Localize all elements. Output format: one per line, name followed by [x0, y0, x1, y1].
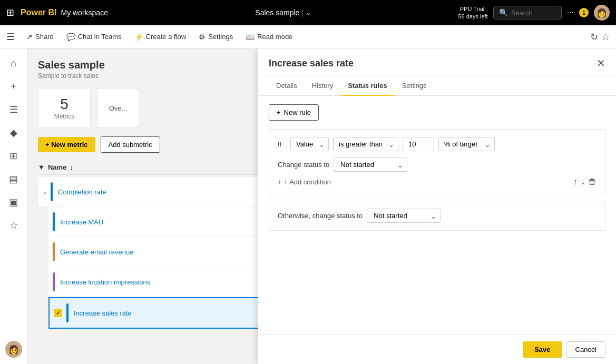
panel-tabs: Details History Status rules Settings	[258, 76, 616, 96]
stat-card-metrics: 5 Metrics	[38, 88, 91, 128]
sidebar-user-avatar[interactable]: 👩	[5, 341, 22, 358]
top-navbar: ⊞ Power BI My workspace Sales sample | ⌄…	[0, 0, 616, 25]
sidebar-item-learn[interactable]: ☆	[3, 215, 24, 236]
save-button[interactable]: Save	[523, 341, 562, 358]
rule-condition-row: If Value is greater than is less than eq…	[278, 137, 597, 151]
metric-color-bar	[53, 242, 55, 261]
workspace-label[interactable]: My workspace	[61, 8, 107, 17]
status-select-wrap: Not started On track At risk Behind Comp…	[334, 158, 407, 172]
pct-select-wrap: % of target absolute	[438, 137, 495, 151]
search-input[interactable]	[511, 9, 556, 17]
brand-logo: Power BI	[21, 8, 56, 17]
notification-badge[interactable]: 1	[579, 8, 589, 17]
cancel-button[interactable]: Cancel	[566, 341, 605, 358]
user-avatar[interactable]: 👩	[594, 5, 610, 21]
otherwise-row: Otherwise, change status to Not started …	[269, 201, 605, 231]
filter-icon[interactable]: ▼	[38, 163, 45, 171]
create-flow-button[interactable]: ⚡ Create a flow	[129, 30, 192, 44]
new-rule-button[interactable]: + New rule	[269, 104, 319, 121]
otherwise-status-wrap: Not started On track At risk Behind Comp…	[367, 209, 441, 223]
pct-select[interactable]: % of target absolute	[438, 137, 495, 151]
overflow-label: Ove...	[109, 104, 128, 112]
expand-icon[interactable]: ⌄	[42, 188, 47, 195]
sidebar-item-apps[interactable]: ⊞	[3, 145, 24, 166]
chat-in-teams-button[interactable]: 💬 Chat in Teams	[61, 30, 127, 44]
threshold-input[interactable]	[403, 137, 434, 151]
change-status-label: Change status to	[278, 161, 329, 169]
panel-footer: Save Cancel	[258, 335, 616, 364]
sidebar-item-reports[interactable]: ▤	[3, 169, 24, 190]
report-title: Sales sample	[255, 8, 299, 17]
flow-icon: ⚡	[134, 33, 143, 41]
metrics-label: Metrics	[49, 113, 80, 120]
share-icon: ↗	[26, 33, 33, 41]
tab-settings[interactable]: Settings	[395, 76, 434, 96]
condition-select-wrap: is greater than is less than equals	[333, 137, 398, 151]
report-title-area: Sales sample | ⌄	[112, 8, 454, 17]
toolbar-right: ↻ ☆	[590, 31, 610, 43]
change-status-row: Change status to Not started On track At…	[278, 158, 597, 172]
topnav-right: PPU Trial: 56 days left 🔍 ··· 1 👩	[458, 5, 610, 21]
teams-icon: 💬	[66, 33, 75, 41]
settings-icon: ⚙	[199, 33, 206, 41]
content-area: Sales sample Sample to track sales 5 Met…	[27, 48, 616, 364]
toolbar: ☰ ↗ Share 💬 Chat in Teams ⚡ Create a flo…	[0, 25, 616, 48]
metric-color-bar	[53, 272, 55, 291]
value-select-wrap: Value	[290, 137, 329, 151]
stat-card-overflow: Ove...	[97, 88, 139, 128]
plus-icon: +	[278, 178, 282, 186]
condition-select[interactable]: is greater than is less than equals	[333, 137, 398, 151]
settings-button[interactable]: ⚙ Settings	[193, 30, 238, 44]
name-column-label: Name	[48, 163, 66, 171]
add-submetric-button[interactable]: Add submetric	[101, 136, 160, 153]
grid-icon[interactable]: ⊞	[6, 7, 14, 18]
move-down-button[interactable]: ↓	[581, 177, 585, 186]
add-condition-row: + + Add condition ↑ ↓ 🗑	[278, 177, 597, 186]
share-button[interactable]: ↗ Share	[21, 30, 59, 44]
sidebar-item-goals[interactable]: ◆	[3, 122, 24, 143]
value-select[interactable]: Value	[290, 137, 329, 151]
side-panel: Increase sales rate ✕ Details History St…	[258, 48, 616, 364]
if-label: If	[278, 140, 286, 148]
trial-info: PPU Trial: 56 days left	[458, 5, 487, 21]
search-icon: 🔍	[499, 8, 508, 17]
sidebar-item-create[interactable]: +	[3, 76, 24, 97]
hamburger-menu-icon[interactable]: ☰	[6, 31, 15, 43]
refresh-icon[interactable]: ↻	[590, 31, 598, 43]
sidebar-item-browse[interactable]: ☰	[3, 99, 24, 120]
panel-close-button[interactable]: ✕	[597, 57, 605, 76]
tab-details[interactable]: Details	[269, 76, 305, 96]
panel-header: Increase sales rate ✕	[258, 48, 616, 76]
tab-status-rules[interactable]: Status rules	[340, 76, 394, 96]
sidebar-item-datasets[interactable]: ▣	[3, 192, 24, 213]
metric-color-bar	[51, 182, 53, 201]
report-dropdown-chevron[interactable]: ⌄	[306, 9, 311, 16]
otherwise-status-select[interactable]: Not started On track At risk Behind Comp…	[367, 209, 441, 223]
otherwise-label: Otherwise, change status to	[278, 212, 363, 220]
move-up-button[interactable]: ↑	[573, 177, 578, 186]
rule-card: If Value is greater than is less than eq…	[269, 129, 605, 194]
search-box[interactable]: 🔍	[493, 6, 562, 19]
tab-history[interactable]: History	[305, 76, 340, 96]
plus-icon: +	[277, 109, 281, 116]
new-metric-button[interactable]: + New metric	[38, 137, 95, 152]
sidebar: ⌂ + ☰ ◆ ⊞ ▤ ▣ ☆ 👩	[0, 48, 27, 364]
sort-icon[interactable]: ↓	[70, 163, 73, 171]
add-condition-button[interactable]: + + Add condition	[278, 178, 331, 186]
sidebar-item-home[interactable]: ⌂	[3, 53, 24, 74]
rule-actions: ↑ ↓ 🗑	[573, 177, 597, 186]
bookmark-icon[interactable]: ☆	[601, 31, 610, 43]
panel-title: Increase sales rate	[269, 58, 597, 75]
metrics-count: 5	[49, 96, 80, 113]
delete-rule-button[interactable]: 🗑	[588, 177, 597, 186]
read-mode-icon: 📖	[246, 33, 255, 41]
not-started-select[interactable]: Not started On track At risk Behind Comp…	[334, 158, 407, 172]
panel-body: + New rule If Value is	[258, 96, 616, 335]
metric-checkbox: ✓	[54, 309, 62, 317]
metric-color-bar	[53, 212, 55, 231]
main-layout: ⌂ + ☰ ◆ ⊞ ▤ ▣ ☆ 👩 Sales sample Sample to…	[0, 48, 616, 364]
read-mode-button[interactable]: 📖 Read mode	[240, 30, 298, 44]
metric-color-bar	[66, 303, 69, 322]
more-options-icon[interactable]: ···	[567, 8, 574, 17]
